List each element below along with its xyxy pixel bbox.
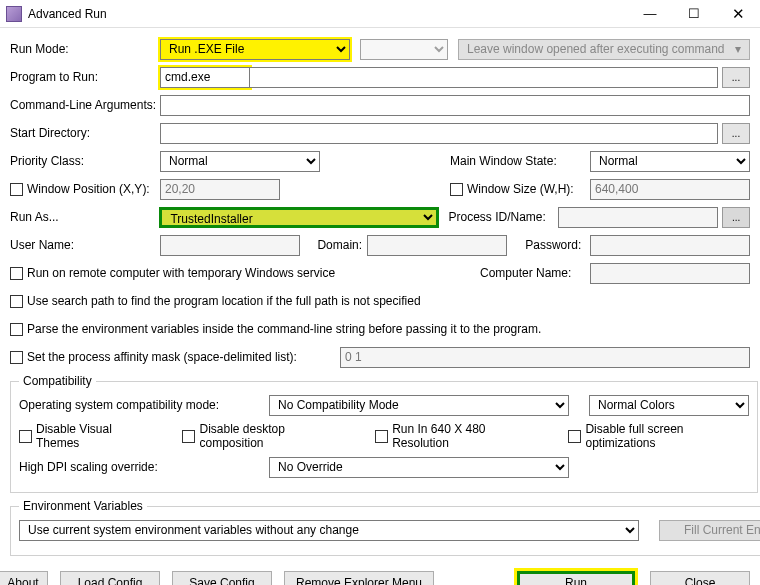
env-legend: Environment Variables	[19, 499, 147, 513]
env-group: Environment Variables Use current system…	[10, 499, 760, 556]
fill-env-button[interactable]: Fill Current Environment Strings	[659, 520, 760, 541]
app-icon	[6, 6, 22, 22]
disablefull-checkbox[interactable]	[568, 430, 581, 443]
minimize-button[interactable]: —	[628, 0, 672, 28]
parseenv-checkbox[interactable]	[10, 323, 23, 336]
remote-checkbox[interactable]	[10, 267, 23, 280]
run-mode-label: Run Mode:	[10, 42, 160, 56]
env-mode-select[interactable]: Use current system environment variables…	[19, 520, 639, 541]
processid-browse-button[interactable]: ...	[722, 207, 750, 228]
username-label: User Name:	[10, 238, 160, 252]
password-input[interactable]	[590, 235, 750, 256]
maximize-button[interactable]: ☐	[672, 0, 716, 28]
compat-legend: Compatibility	[19, 374, 96, 388]
winsize-input[interactable]	[590, 179, 750, 200]
hidpi-select[interactable]: No Override	[269, 457, 569, 478]
leave-window-button[interactable]: Leave window opened after executing comm…	[458, 39, 750, 60]
compat-group: Compatibility Operating system compatibi…	[10, 374, 758, 493]
close-button[interactable]: Close	[650, 571, 750, 585]
osmode-select[interactable]: No Compatibility Mode	[269, 395, 569, 416]
osmode-label: Operating system compatibility mode:	[19, 398, 269, 412]
save-config-button[interactable]: Save Config	[172, 571, 272, 585]
program-input[interactable]	[250, 67, 718, 88]
startdir-browse-button[interactable]: ...	[722, 123, 750, 144]
disablecomp-checkbox[interactable]	[182, 430, 195, 443]
processid-input[interactable]	[558, 207, 718, 228]
disablethemes-checkbox-label[interactable]: Disable Visual Themes	[19, 422, 152, 450]
startdir-input[interactable]	[160, 123, 718, 144]
affinity-checkbox[interactable]	[10, 351, 23, 364]
domain-label: Domain:	[317, 238, 367, 252]
winpos-input[interactable]	[160, 179, 280, 200]
runas-select[interactable]: TrustedInstaller	[159, 207, 438, 228]
mainwinstate-select[interactable]: Normal	[590, 151, 750, 172]
winpos-checkbox[interactable]	[10, 183, 23, 196]
window-title: Advanced Run	[28, 7, 628, 21]
remote-checkbox-label[interactable]: Run on remote computer with temporary Wi…	[10, 266, 335, 280]
startdir-label: Start Directory:	[10, 126, 160, 140]
cmdargs-input[interactable]	[160, 95, 750, 116]
cmdargs-label: Command-Line Arguments:	[10, 98, 160, 112]
remove-explorer-button[interactable]: Remove Explorer Menu	[284, 571, 434, 585]
run640-checkbox[interactable]	[375, 430, 388, 443]
run640-checkbox-label[interactable]: Run In 640 X 480 Resolution	[375, 422, 538, 450]
parseenv-checkbox-label[interactable]: Parse the environment variables inside t…	[10, 322, 541, 336]
domain-input[interactable]	[367, 235, 507, 256]
username-input[interactable]	[160, 235, 300, 256]
run-button[interactable]: Run	[517, 571, 635, 585]
computername-input[interactable]	[590, 263, 750, 284]
program-browse-button[interactable]: ...	[722, 67, 750, 88]
close-window-button[interactable]: ✕	[716, 0, 760, 28]
winsize-checkbox-label[interactable]: Window Size (W,H):	[450, 182, 590, 196]
secondary-mode-select[interactable]	[360, 39, 448, 60]
winpos-checkbox-label[interactable]: Window Position (X,Y):	[10, 182, 160, 196]
mainwinstate-label: Main Window State:	[450, 154, 590, 168]
affinity-checkbox-label[interactable]: Set the process affinity mask (space-del…	[10, 350, 340, 364]
password-label: Password:	[525, 238, 590, 252]
load-config-button[interactable]: Load Config	[60, 571, 160, 585]
processid-label: Process ID/Name:	[449, 210, 559, 224]
affinity-input[interactable]	[340, 347, 750, 368]
computername-label: Computer Name:	[480, 266, 590, 280]
program-input-hl[interactable]	[160, 67, 250, 88]
disablefull-checkbox-label[interactable]: Disable full screen optimizations	[568, 422, 749, 450]
disablecomp-checkbox-label[interactable]: Disable desktop composition	[182, 422, 345, 450]
priority-label: Priority Class:	[10, 154, 160, 168]
program-label: Program to Run:	[10, 70, 160, 84]
priority-select[interactable]: Normal	[160, 151, 320, 172]
runas-label: Run As...	[10, 210, 159, 224]
about-button[interactable]: About	[0, 571, 48, 585]
searchpath-checkbox-label[interactable]: Use search path to find the program loca…	[10, 294, 421, 308]
run-mode-select[interactable]: Run .EXE File	[160, 39, 350, 60]
title-bar: Advanced Run — ☐ ✕	[0, 0, 760, 28]
disablethemes-checkbox[interactable]	[19, 430, 32, 443]
winsize-checkbox[interactable]	[450, 183, 463, 196]
hidpi-label: High DPI scaling override:	[19, 460, 269, 474]
colors-select[interactable]: Normal Colors	[589, 395, 749, 416]
run-button-highlight: Run	[514, 568, 638, 585]
searchpath-checkbox[interactable]	[10, 295, 23, 308]
